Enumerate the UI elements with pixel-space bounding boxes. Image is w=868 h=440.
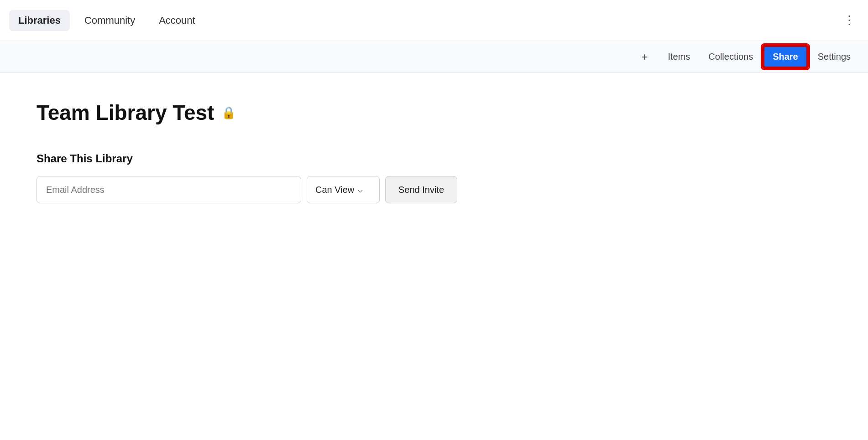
nav-item-account[interactable]: Account [150, 10, 204, 31]
nav-item-libraries[interactable]: Libraries [9, 10, 70, 31]
tab-collections[interactable]: Collections [700, 47, 761, 67]
tab-share[interactable]: Share [763, 46, 808, 68]
lock-icon: 🔒 [221, 106, 236, 120]
library-title: Team Library Test [37, 100, 214, 125]
permission-dropdown[interactable]: Can View ⌵ [307, 176, 380, 203]
library-title-row: Team Library Test 🔒 [37, 100, 511, 125]
more-options-icon[interactable]: ⋮ [840, 10, 859, 31]
tab-items[interactable]: Items [659, 47, 698, 67]
nav-item-community[interactable]: Community [75, 10, 144, 31]
share-section: Share This Library Can View ⌵ Send Invit… [37, 152, 511, 203]
tab-settings[interactable]: Settings [810, 47, 859, 67]
permission-label: Can View [315, 185, 354, 195]
top-nav: Libraries Community Account ⋮ [0, 0, 868, 41]
share-section-heading: Share This Library [37, 152, 511, 165]
secondary-toolbar: + Items Collections Share Settings [0, 41, 868, 73]
add-item-button[interactable]: + [635, 47, 654, 67]
nav-right: ⋮ [840, 10, 859, 31]
chevron-down-icon: ⌵ [358, 185, 363, 195]
main-content: Team Library Test 🔒 Share This Library C… [0, 73, 548, 231]
share-form-row: Can View ⌵ Send Invite [37, 176, 511, 203]
share-highlight-wrapper: Share [763, 46, 808, 68]
email-input[interactable] [37, 176, 301, 203]
nav-left: Libraries Community Account [9, 10, 204, 31]
send-invite-button[interactable]: Send Invite [385, 176, 457, 203]
